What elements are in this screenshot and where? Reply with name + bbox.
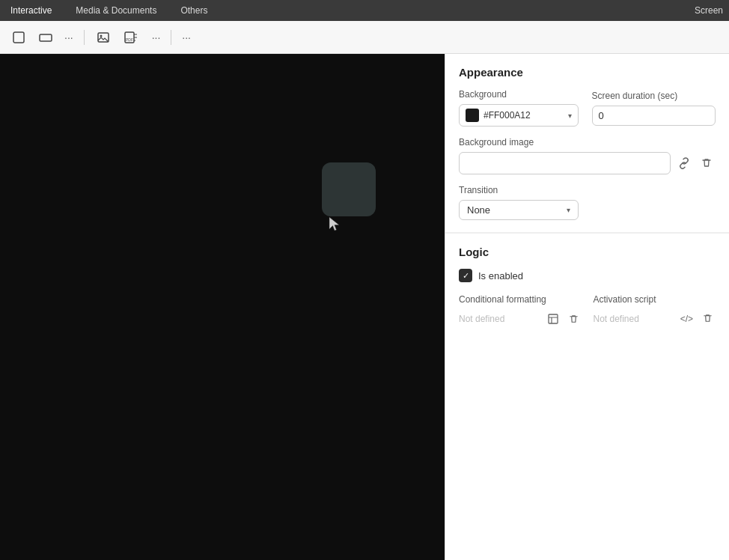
color-swatch [466, 109, 479, 122]
color-chevron-icon: ▾ [568, 112, 572, 120]
logic-title: Logic [459, 246, 716, 258]
activation-script-col: Activation script Not defined </> [594, 294, 716, 327]
svg-rect-6 [549, 314, 558, 323]
svg-rect-0 [13, 32, 24, 43]
nav-item-media[interactable]: Media & Documents [71, 4, 161, 17]
trash-script-icon [702, 313, 713, 324]
conditional-formatting-row: Not defined [459, 311, 582, 327]
right-panel: Appearance Background #FF000A12 ▾ Screen… [445, 54, 729, 560]
is-enabled-checkbox[interactable]: ✓ [459, 269, 472, 282]
top-nav: Interactive Media & Documents Others Scr… [0, 0, 729, 21]
cursor [328, 216, 341, 234]
duration-label: Screen duration (sec) [592, 91, 716, 101]
conditional-formatting-delete-button[interactable] [566, 311, 582, 327]
background-field: Background #FF000A12 ▾ [459, 89, 583, 127]
rect-icon [39, 31, 52, 44]
toolbar-separator-1 [84, 30, 85, 45]
code-icon: </> [680, 314, 693, 324]
background-label: Background [459, 89, 583, 100]
nav-item-others[interactable]: Others [176, 4, 212, 17]
link-icon [678, 157, 690, 169]
duration-input[interactable] [592, 106, 716, 126]
toolbar-btn-rect[interactable] [34, 28, 57, 47]
appearance-section: Appearance Background #FF000A12 ▾ Screen… [445, 54, 729, 233]
color-value: #FF000A12 [484, 110, 564, 121]
bg-image-input[interactable] [459, 152, 671, 174]
transition-value: None [467, 204, 567, 216]
toolbar-btn-image[interactable] [92, 28, 115, 47]
toolbar-more-2[interactable]: ··· [149, 28, 164, 46]
is-enabled-label: Is enabled [478, 270, 523, 281]
bg-image-label: Background image [459, 137, 716, 147]
toolbar-separator-2 [171, 30, 171, 45]
table-edit-icon [547, 313, 559, 325]
pdf-icon: PDF [123, 31, 140, 44]
toolbar-btn-pdf[interactable]: PDF [119, 28, 144, 47]
main-area: Appearance Background #FF000A12 ▾ Screen… [0, 54, 729, 560]
toolbar-btn-square[interactable] [7, 28, 30, 47]
is-enabled-row: ✓ Is enabled [459, 269, 716, 282]
logic-two-col: Conditional formatting Not defined [459, 294, 716, 327]
bg-image-delete-button[interactable] [698, 154, 716, 172]
background-row: Background #FF000A12 ▾ Screen duration (… [459, 89, 716, 127]
conditional-formatting-col: Conditional formatting Not defined [459, 294, 582, 327]
nav-item-interactive[interactable]: Interactive [6, 4, 56, 17]
svg-text:PDF: PDF [126, 37, 133, 42]
logic-section: Logic ✓ Is enabled Conditional formattin… [445, 234, 729, 339]
transition-label: Transition [459, 185, 716, 195]
trash-icon [701, 157, 713, 169]
svg-rect-1 [40, 34, 52, 41]
conditional-formatting-label: Conditional formatting [459, 294, 582, 305]
activation-script-row: Not defined </> [594, 311, 716, 326]
trash-cond-icon [568, 314, 579, 325]
conditional-formatting-value: Not defined [459, 314, 540, 324]
activation-script-edit-button[interactable]: </> [678, 311, 695, 326]
canvas-widget[interactable] [322, 162, 376, 216]
square-icon [12, 31, 25, 44]
toolbar-more-1[interactable]: ··· [61, 28, 76, 46]
duration-field: Screen duration (sec) [592, 91, 716, 126]
activation-script-value: Not defined [594, 314, 674, 324]
svg-point-3 [100, 34, 102, 37]
image-icon [97, 31, 110, 44]
activation-script-label: Activation script [594, 294, 716, 305]
canvas-area[interactable] [0, 54, 445, 560]
bg-image-row [459, 152, 716, 174]
toolbar-more-3[interactable]: ··· [179, 28, 194, 46]
conditional-formatting-edit-button[interactable] [545, 311, 561, 327]
transition-dropdown[interactable]: None ▾ [459, 200, 579, 220]
bg-image-link-button[interactable] [675, 154, 693, 172]
nav-screen-label: Screen [695, 5, 723, 16]
check-icon: ✓ [463, 271, 469, 281]
activation-script-delete-button[interactable] [700, 311, 716, 326]
color-picker-button[interactable]: #FF000A12 ▾ [459, 104, 579, 127]
transition-chevron-icon: ▾ [567, 206, 570, 214]
toolbar: ··· PDF ··· ··· [0, 21, 729, 54]
appearance-title: Appearance [459, 66, 716, 79]
